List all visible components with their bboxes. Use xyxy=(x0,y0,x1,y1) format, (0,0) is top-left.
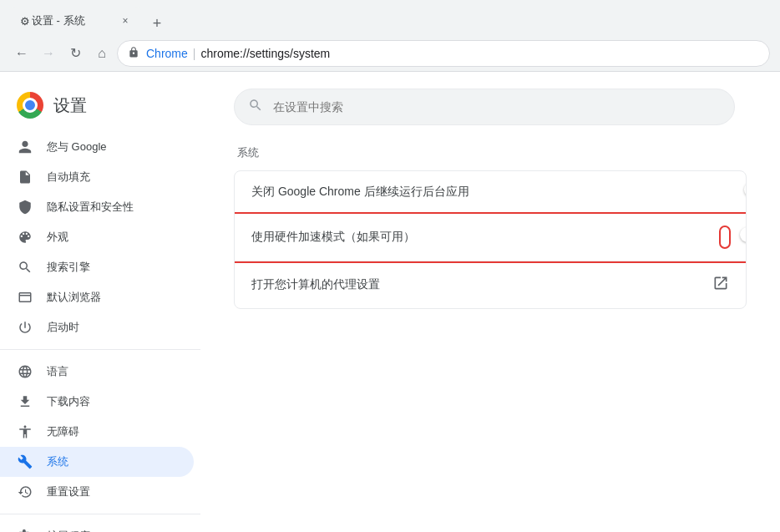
sidebar-item-privacy[interactable]: 隐私设置和安全性 xyxy=(0,192,194,222)
sidebar-divider-2 xyxy=(0,514,200,514)
sidebar-item-browser[interactable]: 默认浏览器 xyxy=(0,282,194,312)
sidebar-item-label: 扩展程序 xyxy=(47,529,90,532)
sidebar-item-reset[interactable]: 重置设置 xyxy=(0,477,194,507)
address-separator: | xyxy=(193,47,196,60)
setting-label: 使用硬件加速模式（如果可用） xyxy=(251,230,707,245)
sidebar-item-system[interactable]: 系统 xyxy=(0,447,194,477)
navigation-bar: ← → ↻ ⌂ Chrome | chrome://settings/syste… xyxy=(0,35,780,72)
person-icon xyxy=(17,139,33,155)
sidebar-item-google[interactable]: 您与 Google xyxy=(0,132,194,162)
proxy-external-link[interactable] xyxy=(712,275,729,295)
active-tab[interactable]: ⚙ 设置 - 系统 × xyxy=(8,7,142,35)
gear-icon: ⚙ xyxy=(20,15,30,28)
puzzle-icon xyxy=(17,528,33,532)
settings-item-proxy: 打开您计算机的代理设置 xyxy=(235,261,746,308)
download-icon xyxy=(17,393,33,410)
search-icon xyxy=(248,98,263,116)
shield-icon xyxy=(17,199,33,215)
sidebar-logo-text: 设置 xyxy=(53,94,87,117)
palette-icon xyxy=(17,229,33,246)
tab-close-button[interactable]: × xyxy=(119,14,132,28)
new-tab-button[interactable]: + xyxy=(145,12,169,35)
hardware-accel-toggle-container xyxy=(721,227,729,247)
sidebar-item-label: 语言 xyxy=(47,364,68,379)
address-url: chrome://settings/system xyxy=(200,47,330,60)
sidebar-item-label: 无障碍 xyxy=(47,424,79,439)
open-in-new-icon xyxy=(712,275,729,291)
tab-bar: ⚙ 设置 - 系统 × + xyxy=(0,0,780,35)
search-icon xyxy=(17,259,33,276)
wrench-icon xyxy=(17,453,33,470)
accessibility-icon xyxy=(17,423,33,440)
back-button[interactable]: ← xyxy=(10,42,33,65)
section-title: 系统 xyxy=(234,145,747,160)
tab-favicon: ⚙ xyxy=(18,14,32,28)
browser-chrome: ⚙ 设置 - 系统 × + ← → ↻ ⌂ Chrome | chrome://… xyxy=(0,0,780,72)
settings-item-background-apps: 关闭 Google Chrome 后继续运行后台应用 xyxy=(235,171,746,214)
chrome-logo-icon xyxy=(17,92,43,119)
settings-item-hardware-acceleration: 使用硬件加速模式（如果可用） xyxy=(235,214,746,261)
sidebar-item-startup[interactable]: 启动时 xyxy=(0,312,194,342)
sidebar-item-autofill[interactable]: 自动填充 xyxy=(0,162,194,192)
browser-icon xyxy=(17,289,33,306)
search-input[interactable] xyxy=(273,100,721,114)
sidebar-item-label: 下载内容 xyxy=(47,394,90,409)
sidebar-item-search[interactable]: 搜索引擎 xyxy=(0,252,194,282)
sidebar-logo: 设置 xyxy=(0,85,200,132)
content-area: 系统 关闭 Google Chrome 后继续运行后台应用 使用硬件加速模式（如… xyxy=(200,72,780,532)
search-bar[interactable] xyxy=(234,89,735,125)
address-brand: Chrome xyxy=(146,47,188,60)
sidebar-item-label: 外观 xyxy=(47,230,68,245)
sidebar-item-accessibility[interactable]: 无障碍 xyxy=(0,417,194,447)
security-icon xyxy=(128,46,139,60)
setting-label: 关闭 Google Chrome 后继续运行后台应用 xyxy=(251,185,716,200)
sidebar-divider xyxy=(0,349,200,350)
setting-label: 打开您计算机的代理设置 xyxy=(251,277,699,292)
power-icon xyxy=(17,319,33,336)
extensions-label-group: 扩展程序 ↗ xyxy=(47,529,102,532)
sidebar-item-label: 搜索引擎 xyxy=(47,260,90,275)
search-bar-container xyxy=(234,89,747,125)
sidebar-item-language[interactable]: 语言 xyxy=(0,357,194,387)
document-icon xyxy=(17,169,33,185)
reload-button[interactable]: ↻ xyxy=(63,42,87,65)
main-layout: 设置 您与 Google 自动填充 隐私设置和安全性 xyxy=(0,72,780,532)
sidebar-item-downloads[interactable]: 下载内容 xyxy=(0,387,194,417)
sidebar-item-label: 重置设置 xyxy=(47,484,90,499)
sidebar-item-extensions[interactable]: 扩展程序 ↗ xyxy=(0,521,194,532)
globe-icon xyxy=(17,363,33,380)
sidebar-item-label: 启动时 xyxy=(47,320,79,335)
sidebar-item-label: 默认浏览器 xyxy=(47,290,101,305)
sidebar-item-label: 系统 xyxy=(47,454,68,469)
sidebar-item-label: 隐私设置和安全性 xyxy=(47,200,134,215)
forward-button[interactable]: → xyxy=(37,42,60,65)
sidebar-item-appearance[interactable]: 外观 xyxy=(0,222,194,252)
tab-title: 设置 - 系统 xyxy=(32,13,119,28)
sidebar-item-label: 自动填充 xyxy=(47,170,90,185)
sidebar-item-label: 您与 Google xyxy=(47,139,107,155)
sidebar: 设置 您与 Google 自动填充 隐私设置和安全性 xyxy=(0,72,200,532)
settings-card: 关闭 Google Chrome 后继续运行后台应用 使用硬件加速模式（如果可用… xyxy=(234,170,747,309)
home-button[interactable]: ⌂ xyxy=(90,42,114,65)
address-bar[interactable]: Chrome | chrome://settings/system xyxy=(117,40,770,67)
reset-icon xyxy=(17,484,33,500)
